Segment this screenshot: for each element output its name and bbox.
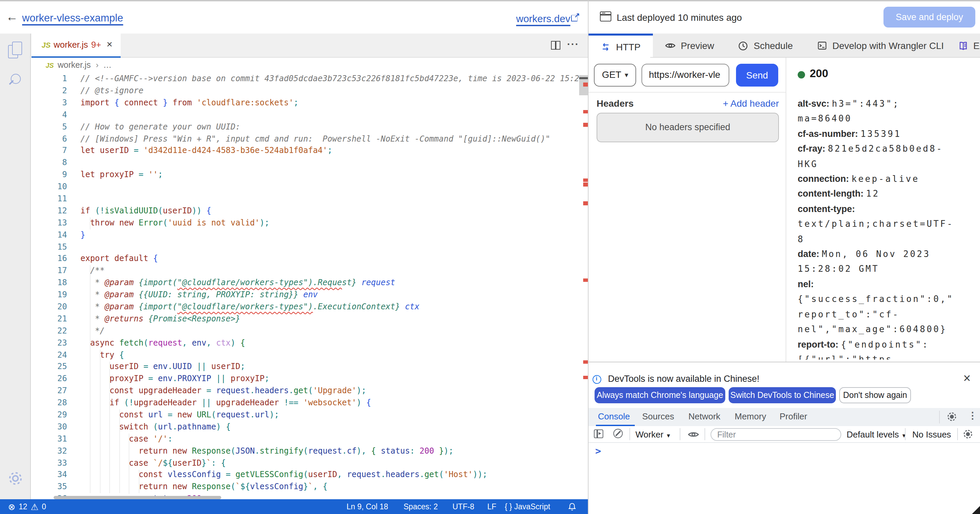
indentation[interactable]: Spaces: 2 [404,499,438,514]
line-number: 12 [31,205,67,217]
editor-more-actions-icon[interactable]: ··· [567,38,579,49]
log-levels-dropdown[interactable]: Default levels ▼ [846,429,907,439]
error-count[interactable]: 12 [19,503,27,511]
code-line[interactable]: 24 try { [31,349,579,361]
code-line[interactable]: 31 case '/': [31,434,579,445]
no-issues-label[interactable]: No Issues [912,429,951,439]
live-expression-icon[interactable] [688,429,699,440]
code-line[interactable]: 17 /** [31,265,579,278]
code-line[interactable]: 29 const url = new URL(request.url); [31,409,579,421]
devtools-settings-icon[interactable] [947,411,957,422]
code-line[interactable]: 35 return new Response(`${vlessConfig}`,… [31,482,579,493]
bell-icon[interactable] [568,499,576,511]
code-line[interactable]: 6// [Windows] Press "Win + R", input cmd… [31,133,579,145]
close-icon[interactable]: × [963,371,970,386]
workers-dev-link[interactable]: workers.dev [516,13,570,24]
tab-preview[interactable]: Preview [652,34,726,58]
code-line[interactable]: 3import { connect } from 'cloudflare:soc… [31,97,579,109]
tab-memory[interactable]: Memory [735,411,766,421]
tab-profiler[interactable]: Profiler [780,411,807,421]
tab-sources[interactable]: Sources [642,411,674,421]
editor-scrollbar[interactable] [579,75,589,499]
send-button[interactable]: Send [736,64,778,86]
match-chrome-language-button[interactable]: Always match Chrome's language [595,387,725,403]
add-header-button[interactable]: + Add header [697,98,779,109]
code-text: try { [80,349,124,361]
tab-close-icon[interactable]: × [107,38,113,49]
tab-wrangler-cli[interactable]: Develop with Wrangler CLI [805,34,956,58]
editor-tab-workerjs[interactable]: JS worker.js 9+ × [32,34,121,58]
code-line[interactable]: 5// How to generate your own UUID: [31,121,579,133]
devtools-top-border [589,362,980,362]
clear-console-icon[interactable] [613,429,623,438]
code-line[interactable]: 20 * @param {import("@cloudflare/workers… [31,301,579,313]
line-number: 26 [31,374,67,385]
cursor-position[interactable]: Ln 9, Col 18 [347,499,388,514]
search-icon[interactable] [9,74,22,89]
split-editor-icon[interactable] [551,41,560,49]
warning-count[interactable]: 0 [42,503,46,511]
language-mode[interactable]: { } JavaScript [505,499,550,514]
eol-type[interactable]: LF [487,499,496,514]
code-line[interactable]: 15 [31,241,579,253]
resize-handle[interactable] [972,506,980,514]
console-sidebar-icon[interactable] [594,429,603,438]
code-text: userID = env.UUID || userID; [80,361,245,374]
code-line[interactable]: 34 const vlessConfig = getVLESSConfig(us… [31,469,579,482]
js-file-icon: JS [41,41,51,49]
save-and-deploy-button[interactable]: Save and deploy [883,7,975,27]
switch-devtools-chinese-button[interactable]: Switch DevTools to Chinese [729,387,836,403]
code-line[interactable]: 33 case `/${userID}`: { [31,457,579,469]
console-settings-icon[interactable] [963,429,973,439]
code-line[interactable]: 13 throw new Error('uuid is not valid'); [31,217,579,230]
code-line[interactable]: 27 const upgradeHeader = request.headers… [31,385,579,397]
tab-http[interactable]: HTTP [589,34,652,58]
url-input[interactable]: https://worker-vle [641,64,729,86]
code-line[interactable]: 8 [31,157,579,169]
external-link-icon[interactable]: ↗ [571,13,579,21]
dont-show-again-button[interactable]: Don't show again [839,387,911,403]
settings-gear-icon[interactable] [7,470,24,487]
console-filter-input[interactable]: Filter [711,428,841,441]
code-line[interactable]: 23 async fetch(request, env, ctx) { [31,337,579,349]
code-line[interactable]: 11 [31,193,579,205]
method-dropdown[interactable]: GET▼ [594,64,636,86]
code-line[interactable]: 22 */ [31,326,579,337]
code-line[interactable]: 14} [31,229,579,241]
encoding[interactable]: UTF-8 [452,499,474,514]
code-editor[interactable]: 1// <!--GAMFC-->version base on commit 4… [31,75,579,499]
code-line[interactable]: 7let userID = 'd342d11e-d424-4583-b36e-5… [31,145,579,157]
code-line[interactable]: 10 [31,181,579,193]
code-line[interactable]: 28 if (!upgradeHeader || upgradeHeader !… [31,397,579,409]
code-line[interactable]: 32 return new Response(JSON.stringify(re… [31,445,579,457]
code-line[interactable]: 4 [31,109,579,121]
code-line[interactable]: 30 switch (url.pathname) { [31,421,579,434]
breadcrumb[interactable]: JS worker.js › … [31,58,589,75]
files-icon[interactable] [8,42,23,59]
console-prompt-chevron[interactable]: > [595,445,601,456]
code-line[interactable]: 1// <!--GAMFC-->version base on commit 4… [31,75,579,85]
code-line[interactable]: 2// @ts-ignore [31,85,579,97]
errors-icon[interactable]: ⊗ [8,501,16,512]
code-line[interactable]: 26 proxyIP = env.PROXYIP || proxyIP; [31,374,579,385]
tab-network[interactable]: Network [689,411,720,421]
project-title-link[interactable]: worker-vless-example [22,12,123,24]
breadcrumb-more[interactable]: … [103,61,111,70]
code-line[interactable]: 9let proxyIP = ''; [31,169,579,181]
tab-explore[interactable]: Ex [958,34,980,58]
breadcrumb-file[interactable]: worker.js [58,61,91,70]
tab-console[interactable]: Console [598,411,630,421]
code-line[interactable]: 16export default { [31,253,579,265]
code-text: * @param {import("@cloudflare/workers-ty… [80,301,420,313]
horizontal-scrollbar-thumb[interactable] [54,496,221,499]
kebab-menu-icon[interactable]: ⋮ [968,410,977,421]
code-line[interactable]: 18 * @param {import("@cloudflare/workers… [31,277,579,289]
context-dropdown[interactable]: Worker ▼ [635,429,671,439]
warnings-icon[interactable]: ⚠ [30,501,38,512]
back-arrow-icon[interactable]: ← [6,10,18,24]
tab-schedule[interactable]: Schedule [726,34,805,58]
code-line[interactable]: 12if (!isValidUUID(userID)) { [31,205,579,217]
code-line[interactable]: 19 * @param {{UUID: string, PROXYIP: str… [31,289,579,301]
code-line[interactable]: 21 * @returns {Promise<Response>} [31,313,579,326]
code-line[interactable]: 25 userID = env.UUID || userID; [31,361,579,374]
